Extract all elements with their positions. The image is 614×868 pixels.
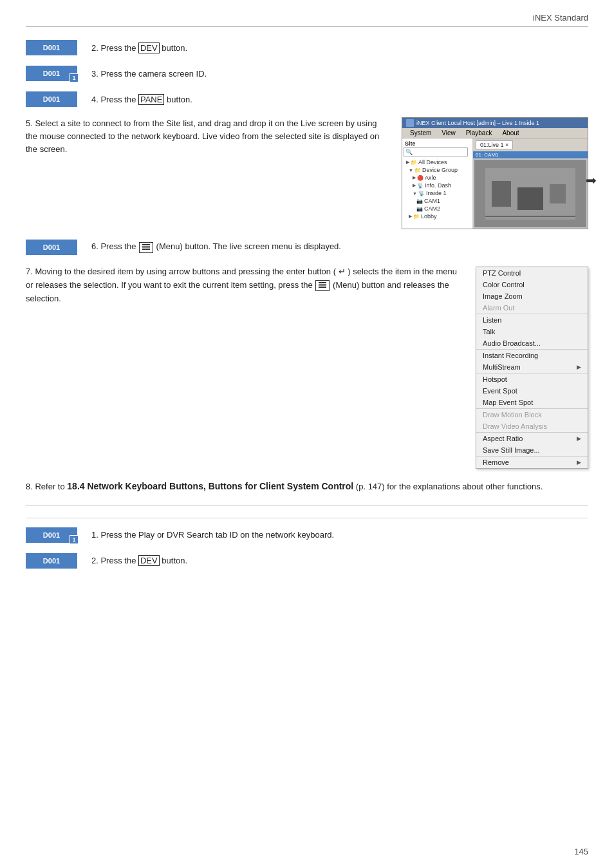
ctx-instant-recording[interactable]: Instant Recording xyxy=(476,349,588,361)
context-menu-container: PTZ Control Color Control Image Zoom Ala… xyxy=(476,267,588,469)
d001-button-bottom-step1: D001 1 xyxy=(26,527,77,543)
inex-client-window: iNEX Client Local Host [admin] – Live 1 … xyxy=(402,117,588,229)
window-title: iNEX Client Local Host [admin] – Live 1 … xyxy=(416,120,539,126)
step2-text: 2. Press the DEV button. xyxy=(91,42,187,53)
svg-rect-9 xyxy=(319,284,326,285)
d001-button-step2: D001 xyxy=(26,40,77,55)
d001-button-step6: D001 xyxy=(26,240,77,255)
ctx-aspect-ratio[interactable]: Aspect Ratio ▶ xyxy=(476,432,588,444)
bottom-step2-row: D001 2. Press the DEV button. xyxy=(26,553,588,569)
tree-item-info-dash: ▶ 📡 Info. Dash xyxy=(404,182,471,189)
ctx-color-control[interactable]: Color Control xyxy=(476,279,588,290)
step4-row: D001 4. Press the PANE button. xyxy=(26,91,588,107)
inex-window-container: iNEX Client Local Host [admin] – Live 1 … xyxy=(402,117,588,229)
ctx-listen[interactable]: Listen xyxy=(476,314,588,326)
multistream-arrow: ▶ xyxy=(577,364,581,370)
inex-titlebar: iNEX Client Local Host [admin] – Live 1 … xyxy=(402,118,588,128)
search-icon: 🔍 xyxy=(405,149,413,155)
svg-rect-5 xyxy=(142,244,150,245)
camera-name-bar: 01: CAM1 xyxy=(473,151,588,158)
sidebar-label: Site xyxy=(404,140,471,147)
ctx-multistream[interactable]: MultiStream ▶ xyxy=(476,361,588,373)
step3-text: 3. Press the camera screen ID. xyxy=(91,69,207,79)
ctx-event-spot[interactable]: Event Spot xyxy=(476,385,588,397)
svg-rect-1 xyxy=(492,181,511,207)
bottom-step2-text: 2. Press the DEV button. xyxy=(91,555,187,566)
page-header: iNEX Standard xyxy=(26,13,588,27)
live-tab[interactable]: 01:Live 1 × xyxy=(476,140,513,149)
page-number: 145 xyxy=(574,847,588,856)
step8-text: 8. Refer to 18.4 Network Keyboard Button… xyxy=(26,479,588,494)
inex-sidebar: Site 🔍 ▶ 📁 All Devices ▼ 📁 xyxy=(402,138,473,229)
d001-button-step4: D001 xyxy=(26,91,77,107)
bottom-step1-text: 1. Press the Play or DVR Search tab ID o… xyxy=(91,530,334,540)
step3-row: D001 1 3. Press the camera screen ID. xyxy=(26,66,588,81)
menu-icon-step7 xyxy=(315,280,330,291)
ctx-draw-video-analysis: Draw Video Analysis xyxy=(476,420,588,432)
menu-system[interactable]: System xyxy=(405,129,436,137)
ctx-hotspot[interactable]: Hotspot xyxy=(476,373,588,385)
step2-row: D001 2. Press the DEV button. xyxy=(26,40,588,55)
ctx-alarm-out: Alarm Out xyxy=(476,302,588,314)
menu-icon-step6 xyxy=(139,242,153,253)
step6-row: D001 6. Press the (Menu) button. The liv… xyxy=(26,240,588,255)
step4-text: 4. Press the PANE button. xyxy=(91,94,192,105)
svg-rect-10 xyxy=(319,287,326,288)
bottom-step1-badge: 1 xyxy=(70,535,79,544)
ctx-map-event-spot[interactable]: Map Event Spot xyxy=(476,397,588,408)
tree-item-lobby: ▶ 📁 Lobby xyxy=(404,212,471,220)
svg-rect-3 xyxy=(550,184,566,203)
svg-rect-8 xyxy=(319,282,326,283)
ctx-draw-motion-block: Draw Motion Block xyxy=(476,408,588,420)
tree-item-cam2: 📷 CAM2 xyxy=(404,205,471,212)
ctx-save-still-image[interactable]: Save Still Image... xyxy=(476,444,588,456)
step5-text: 5. Select a site to connect to from the … xyxy=(26,117,390,156)
inex-search-box[interactable]: 🔍 xyxy=(404,147,468,156)
menu-view[interactable]: View xyxy=(436,129,461,137)
tree-item-device-group: ▼ 📁 Device Group xyxy=(404,166,471,174)
step5-row: 5. Select a site to connect to from the … xyxy=(26,117,588,229)
step8-reference: 18.4 Network Keyboard Buttons, Buttons f… xyxy=(67,481,353,491)
d001-button-step3: D001 1 xyxy=(26,66,77,81)
arrow-indicator: ➡ xyxy=(586,173,597,188)
pane-button-label: PANE xyxy=(138,94,164,105)
bottom-section: D001 1 1. Press the Play or DVR Search t… xyxy=(26,518,588,569)
remove-arrow: ▶ xyxy=(577,459,581,466)
header-title: iNEX Standard xyxy=(533,13,588,23)
aspect-ratio-arrow: ▶ xyxy=(577,435,581,442)
tree-item-cam1: 📷 CAM1 xyxy=(404,197,471,205)
inex-main-area: 01:Live 1 × 01: CAM1 xyxy=(473,138,588,229)
svg-rect-2 xyxy=(517,187,543,210)
svg-rect-6 xyxy=(142,246,150,247)
d001-button-bottom-step2: D001 xyxy=(26,553,77,569)
ctx-talk[interactable]: Talk xyxy=(476,326,588,337)
tree-item-axle: ▶ 🔴 Axle xyxy=(404,174,471,182)
ctx-remove[interactable]: Remove ▶ xyxy=(476,456,588,468)
step7-text: 7. Moving to the desired item by using a… xyxy=(26,265,464,305)
step7-row: 7. Moving to the desired item by using a… xyxy=(26,265,588,469)
svg-rect-7 xyxy=(142,249,150,250)
context-menu: PTZ Control Color Control Image Zoom Ala… xyxy=(476,267,588,469)
tree-item-inside1: ▼ 📡 Inside 1 xyxy=(404,189,471,197)
section-divider xyxy=(26,505,588,506)
bottom-step1-row: D001 1 1. Press the Play or DVR Search t… xyxy=(26,527,588,543)
window-icon xyxy=(406,119,414,127)
inex-body: Site 🔍 ▶ 📁 All Devices ▼ 📁 xyxy=(402,138,588,229)
ctx-image-zoom[interactable]: Image Zoom xyxy=(476,290,588,302)
camera-preview: ➡ xyxy=(474,160,586,227)
menu-playback[interactable]: Playback xyxy=(461,129,498,137)
step6-text: 6. Press the (Menu) button. The live scr… xyxy=(91,241,341,252)
ctx-ptz-control[interactable]: PTZ Control xyxy=(476,267,588,279)
menu-about[interactable]: About xyxy=(497,129,524,137)
dev-button-label: DEV xyxy=(138,42,160,53)
step3-badge: 1 xyxy=(70,73,79,82)
inex-menubar: System View Playback About xyxy=(402,128,588,138)
tree-item-all-devices: ▶ 📁 All Devices xyxy=(404,158,471,166)
ctx-audio-broadcast[interactable]: Audio Broadcast... xyxy=(476,337,588,349)
bottom-dev-button-label: DEV xyxy=(138,555,160,566)
camera-preview-image xyxy=(485,168,575,220)
